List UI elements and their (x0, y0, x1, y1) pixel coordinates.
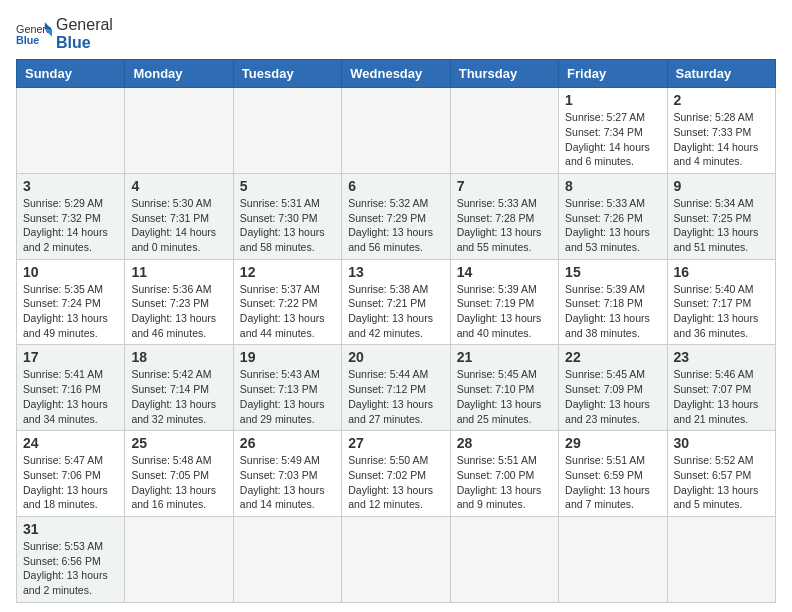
calendar-cell (233, 516, 341, 602)
day-info: Sunrise: 5:37 AM Sunset: 7:22 PM Dayligh… (240, 282, 335, 341)
svg-text:Blue: Blue (16, 33, 39, 45)
calendar-cell: 8Sunrise: 5:33 AM Sunset: 7:26 PM Daylig… (559, 173, 667, 259)
calendar-cell: 7Sunrise: 5:33 AM Sunset: 7:28 PM Daylig… (450, 173, 558, 259)
calendar-cell: 24Sunrise: 5:47 AM Sunset: 7:06 PM Dayli… (17, 431, 125, 517)
day-info: Sunrise: 5:39 AM Sunset: 7:19 PM Dayligh… (457, 282, 552, 341)
calendar-cell: 20Sunrise: 5:44 AM Sunset: 7:12 PM Dayli… (342, 345, 450, 431)
calendar-cell (559, 516, 667, 602)
day-number: 18 (131, 349, 226, 365)
calendar-cell: 25Sunrise: 5:48 AM Sunset: 7:05 PM Dayli… (125, 431, 233, 517)
day-info: Sunrise: 5:39 AM Sunset: 7:18 PM Dayligh… (565, 282, 660, 341)
day-info: Sunrise: 5:45 AM Sunset: 7:09 PM Dayligh… (565, 367, 660, 426)
day-info: Sunrise: 5:40 AM Sunset: 7:17 PM Dayligh… (674, 282, 769, 341)
day-number: 17 (23, 349, 118, 365)
day-number: 22 (565, 349, 660, 365)
generalblue-logo-icon: General Blue (16, 20, 52, 48)
calendar-cell: 29Sunrise: 5:51 AM Sunset: 6:59 PM Dayli… (559, 431, 667, 517)
calendar-week-5: 24Sunrise: 5:47 AM Sunset: 7:06 PM Dayli… (17, 431, 776, 517)
calendar-cell: 1Sunrise: 5:27 AM Sunset: 7:34 PM Daylig… (559, 88, 667, 174)
calendar-cell (342, 516, 450, 602)
day-info: Sunrise: 5:27 AM Sunset: 7:34 PM Dayligh… (565, 110, 660, 169)
day-info: Sunrise: 5:34 AM Sunset: 7:25 PM Dayligh… (674, 196, 769, 255)
day-info: Sunrise: 5:31 AM Sunset: 7:30 PM Dayligh… (240, 196, 335, 255)
calendar-cell: 23Sunrise: 5:46 AM Sunset: 7:07 PM Dayli… (667, 345, 775, 431)
calendar-week-6: 31Sunrise: 5:53 AM Sunset: 6:56 PM Dayli… (17, 516, 776, 602)
day-info: Sunrise: 5:38 AM Sunset: 7:21 PM Dayligh… (348, 282, 443, 341)
day-info: Sunrise: 5:49 AM Sunset: 7:03 PM Dayligh… (240, 453, 335, 512)
day-info: Sunrise: 5:50 AM Sunset: 7:02 PM Dayligh… (348, 453, 443, 512)
day-number: 29 (565, 435, 660, 451)
day-number: 16 (674, 264, 769, 280)
day-info: Sunrise: 5:51 AM Sunset: 7:00 PM Dayligh… (457, 453, 552, 512)
calendar-cell: 22Sunrise: 5:45 AM Sunset: 7:09 PM Dayli… (559, 345, 667, 431)
day-info: Sunrise: 5:35 AM Sunset: 7:24 PM Dayligh… (23, 282, 118, 341)
day-number: 23 (674, 349, 769, 365)
calendar-cell: 19Sunrise: 5:43 AM Sunset: 7:13 PM Dayli… (233, 345, 341, 431)
day-info: Sunrise: 5:46 AM Sunset: 7:07 PM Dayligh… (674, 367, 769, 426)
calendar-cell (125, 516, 233, 602)
calendar-cell (342, 88, 450, 174)
calendar-cell (125, 88, 233, 174)
calendar-cell: 18Sunrise: 5:42 AM Sunset: 7:14 PM Dayli… (125, 345, 233, 431)
weekday-header-sunday: Sunday (17, 60, 125, 88)
calendar-cell: 10Sunrise: 5:35 AM Sunset: 7:24 PM Dayli… (17, 259, 125, 345)
weekday-header-wednesday: Wednesday (342, 60, 450, 88)
day-info: Sunrise: 5:33 AM Sunset: 7:26 PM Dayligh… (565, 196, 660, 255)
calendar-week-3: 10Sunrise: 5:35 AM Sunset: 7:24 PM Dayli… (17, 259, 776, 345)
day-info: Sunrise: 5:48 AM Sunset: 7:05 PM Dayligh… (131, 453, 226, 512)
day-number: 14 (457, 264, 552, 280)
day-info: Sunrise: 5:41 AM Sunset: 7:16 PM Dayligh… (23, 367, 118, 426)
day-info: Sunrise: 5:28 AM Sunset: 7:33 PM Dayligh… (674, 110, 769, 169)
day-number: 24 (23, 435, 118, 451)
calendar-cell: 6Sunrise: 5:32 AM Sunset: 7:29 PM Daylig… (342, 173, 450, 259)
day-info: Sunrise: 5:32 AM Sunset: 7:29 PM Dayligh… (348, 196, 443, 255)
weekday-header-friday: Friday (559, 60, 667, 88)
calendar-cell: 13Sunrise: 5:38 AM Sunset: 7:21 PM Dayli… (342, 259, 450, 345)
day-info: Sunrise: 5:51 AM Sunset: 6:59 PM Dayligh… (565, 453, 660, 512)
day-number: 25 (131, 435, 226, 451)
day-info: Sunrise: 5:53 AM Sunset: 6:56 PM Dayligh… (23, 539, 118, 598)
calendar-cell: 28Sunrise: 5:51 AM Sunset: 7:00 PM Dayli… (450, 431, 558, 517)
calendar-cell: 15Sunrise: 5:39 AM Sunset: 7:18 PM Dayli… (559, 259, 667, 345)
weekday-header-thursday: Thursday (450, 60, 558, 88)
calendar-cell: 31Sunrise: 5:53 AM Sunset: 6:56 PM Dayli… (17, 516, 125, 602)
calendar-cell: 2Sunrise: 5:28 AM Sunset: 7:33 PM Daylig… (667, 88, 775, 174)
day-info: Sunrise: 5:29 AM Sunset: 7:32 PM Dayligh… (23, 196, 118, 255)
day-number: 19 (240, 349, 335, 365)
day-number: 2 (674, 92, 769, 108)
day-number: 12 (240, 264, 335, 280)
day-number: 28 (457, 435, 552, 451)
day-info: Sunrise: 5:52 AM Sunset: 6:57 PM Dayligh… (674, 453, 769, 512)
day-number: 27 (348, 435, 443, 451)
calendar-cell: 4Sunrise: 5:30 AM Sunset: 7:31 PM Daylig… (125, 173, 233, 259)
day-number: 21 (457, 349, 552, 365)
calendar-cell: 3Sunrise: 5:29 AM Sunset: 7:32 PM Daylig… (17, 173, 125, 259)
day-number: 3 (23, 178, 118, 194)
day-number: 7 (457, 178, 552, 194)
calendar-cell: 27Sunrise: 5:50 AM Sunset: 7:02 PM Dayli… (342, 431, 450, 517)
day-number: 31 (23, 521, 118, 537)
calendar-week-2: 3Sunrise: 5:29 AM Sunset: 7:32 PM Daylig… (17, 173, 776, 259)
day-info: Sunrise: 5:30 AM Sunset: 7:31 PM Dayligh… (131, 196, 226, 255)
logo-blue-text: Blue (56, 34, 113, 52)
calendar-cell: 30Sunrise: 5:52 AM Sunset: 6:57 PM Dayli… (667, 431, 775, 517)
calendar-cell: 12Sunrise: 5:37 AM Sunset: 7:22 PM Dayli… (233, 259, 341, 345)
day-number: 5 (240, 178, 335, 194)
day-number: 1 (565, 92, 660, 108)
calendar-cell: 16Sunrise: 5:40 AM Sunset: 7:17 PM Dayli… (667, 259, 775, 345)
calendar-week-4: 17Sunrise: 5:41 AM Sunset: 7:16 PM Dayli… (17, 345, 776, 431)
logo: General Blue General Blue (16, 16, 113, 51)
weekday-header-saturday: Saturday (667, 60, 775, 88)
logo-general-text: General (56, 16, 113, 34)
day-info: Sunrise: 5:36 AM Sunset: 7:23 PM Dayligh… (131, 282, 226, 341)
day-number: 9 (674, 178, 769, 194)
calendar-cell (667, 516, 775, 602)
calendar-header-row: SundayMondayTuesdayWednesdayThursdayFrid… (17, 60, 776, 88)
day-info: Sunrise: 5:45 AM Sunset: 7:10 PM Dayligh… (457, 367, 552, 426)
calendar-table: SundayMondayTuesdayWednesdayThursdayFrid… (16, 59, 776, 603)
day-number: 13 (348, 264, 443, 280)
calendar-cell (450, 516, 558, 602)
day-number: 8 (565, 178, 660, 194)
day-info: Sunrise: 5:44 AM Sunset: 7:12 PM Dayligh… (348, 367, 443, 426)
calendar-cell (450, 88, 558, 174)
